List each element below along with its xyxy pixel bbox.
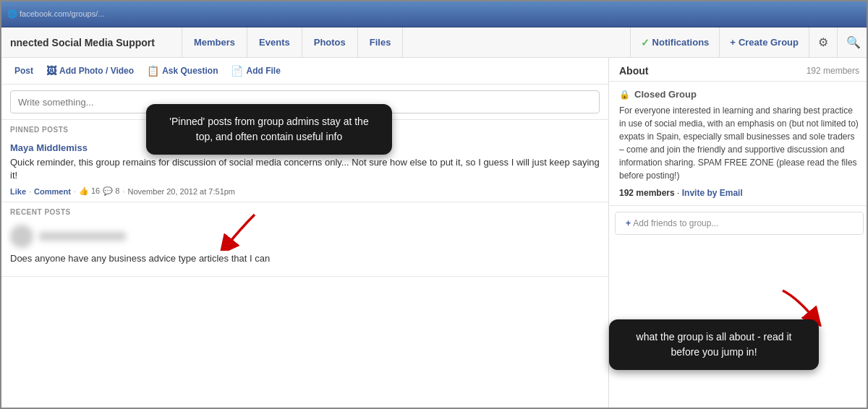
lock-icon: 🔒 [619, 90, 630, 100]
group-nav-actions: ✓ Notifications + Create Group ⚙ 🔍 [630, 27, 868, 57]
recent-post: Does anyone have any business advice typ… [1, 219, 608, 276]
tooltip-pinned: 'Pinned' posts from group admins stay at… [146, 104, 392, 155]
about-header: About 192 members [609, 58, 868, 82]
members-count-header: 192 members [807, 66, 859, 76]
likes-count: 👍 16 [79, 186, 100, 196]
add-file-button[interactable]: 📄 Add File [226, 64, 284, 78]
tab-photos[interactable]: Photos [302, 27, 358, 57]
tab-events[interactable]: Events [247, 27, 302, 57]
comments-count: 💬 8 [103, 186, 119, 196]
tab-files[interactable]: Files [358, 27, 404, 57]
add-friend-box: + Add friends to group... [615, 212, 864, 235]
post-actions-row: Like · Comment · 👍 16 💬 8 · November 20,… [10, 186, 600, 196]
tab-members[interactable]: Members [182, 27, 247, 57]
post-timestamp: November 20, 2012 at 7:51pm [127, 187, 235, 196]
arrow-pinned [211, 207, 269, 251]
group-meta: 192 members · Invite by Email [619, 188, 859, 198]
closed-group-label: 🔒 Closed Group [619, 89, 859, 100]
group-description: For everyone interested in learning and … [619, 104, 859, 182]
file-icon: 📄 [231, 65, 243, 77]
post-action-bar: Post 🖼 Add Photo / Video 📋 Ask Question … [1, 58, 608, 85]
search-button[interactable]: 🔍 [837, 27, 868, 57]
settings-button[interactable]: ⚙ [809, 27, 837, 57]
group-nav-tabs: Members Events Photos Files [182, 27, 403, 57]
plus-icon: + [730, 37, 736, 48]
question-icon: 📋 [147, 65, 159, 77]
invite-by-email-link[interactable]: Invite by Email [682, 188, 743, 198]
recent-post-text: Does anyone have any business advice typ… [10, 252, 600, 265]
post-text: Quick reminder, this group remains for d… [10, 156, 600, 182]
recent-section-label: RECENT POSTS [1, 202, 608, 219]
like-link[interactable]: Like [10, 187, 26, 196]
blurred-name [39, 232, 126, 241]
add-photo-video-button[interactable]: 🖼 Add Photo / Video [42, 64, 138, 78]
create-group-button[interactable]: + Create Group [719, 27, 809, 57]
group-title: nnected Social Media Support [1, 27, 182, 57]
tooltip-about: what the group is all about - read it be… [609, 319, 819, 370]
top-nav: 🌐 facebook.com/groups/... [1, 1, 868, 27]
photo-icon: 🖼 [46, 65, 56, 77]
blurred-avatar [10, 225, 33, 248]
about-title: About [619, 65, 648, 77]
notifications-button[interactable]: ✓ Notifications [630, 27, 720, 57]
comment-link[interactable]: Comment [34, 187, 71, 196]
ask-question-button[interactable]: 📋 Ask Question [142, 64, 222, 78]
closed-group-section: 🔒 Closed Group For everyone interested i… [609, 82, 868, 206]
post-button[interactable]: Post [10, 64, 38, 77]
check-icon: ✓ [641, 37, 650, 48]
group-header: nnected Social Media Support Members Eve… [1, 27, 868, 58]
